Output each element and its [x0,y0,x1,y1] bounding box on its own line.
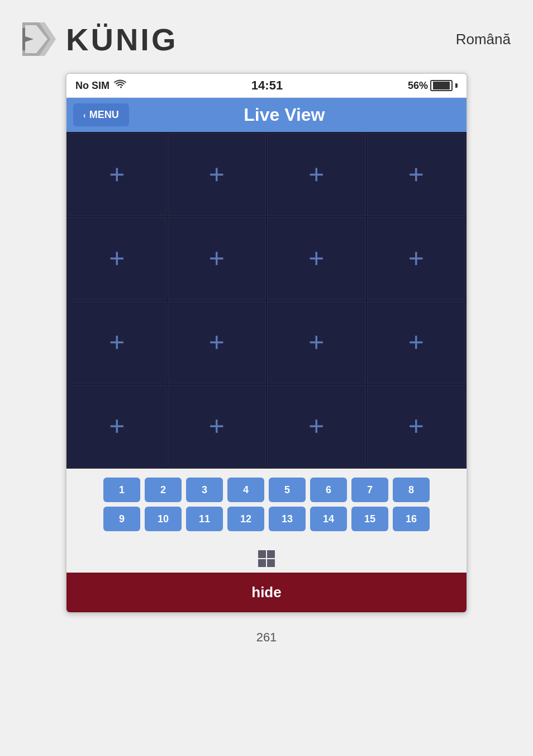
grid-cell-16[interactable]: + [367,385,466,467]
layout-cell-2 [267,550,275,558]
layout-cell-4 [267,559,275,567]
logo-text: KÜNIG [66,21,178,58]
grid-cell-5[interactable]: + [68,217,166,300]
language-label[interactable]: Română [456,31,511,48]
grid-cell-10[interactable]: + [168,301,266,384]
channel-btn-9[interactable]: 9 [103,507,140,531]
channel-btn-2[interactable]: 2 [145,478,182,502]
grid-cell-3[interactable]: + [267,133,366,216]
add-channel-icon-14: + [209,413,225,440]
channel-btn-13[interactable]: 13 [269,507,306,531]
add-channel-icon-2: + [209,161,225,188]
top-header: KÜNIG Română [0,0,533,73]
layout-selector[interactable] [66,545,467,573]
add-channel-icon-12: + [408,329,424,356]
menu-label: MENU [89,109,119,121]
status-bar: No SIM 14:51 56% [66,74,467,98]
channel-btn-1[interactable]: 1 [103,478,140,502]
layout-cell-1 [258,550,266,558]
channel-btn-6[interactable]: 6 [310,478,347,502]
add-channel-icon-9: + [109,329,125,356]
channel-btn-7[interactable]: 7 [351,478,388,502]
carrier-label: No SIM [75,80,110,92]
battery-percentage: 56% [408,80,428,92]
status-time: 14:51 [251,78,283,93]
channel-btn-10[interactable]: 10 [145,507,182,531]
add-channel-icon-13: + [109,413,125,440]
grid-cell-6[interactable]: + [168,217,266,300]
channel-btn-8[interactable]: 8 [393,478,430,502]
channel-btn-3[interactable]: 3 [186,478,223,502]
grid-cell-12[interactable]: + [367,301,466,384]
channel-row-2: 9 10 11 12 13 14 15 16 [73,507,460,531]
grid-cell-9[interactable]: + [68,301,166,384]
status-right: 56% [408,80,458,92]
channel-btn-15[interactable]: 15 [351,507,388,531]
add-channel-icon-6: + [209,245,225,272]
channel-btn-4[interactable]: 4 [227,478,264,502]
grid-cell-7[interactable]: + [267,217,366,300]
add-channel-icon-5: + [109,245,125,272]
layout-cell-3 [258,559,266,567]
grid-cell-14[interactable]: + [168,385,266,467]
layout-grid-icon [258,550,275,567]
konig-logo-icon [17,17,61,62]
phone-frame: No SIM 14:51 56% [65,73,468,613]
channel-btn-16[interactable]: 16 [393,507,430,531]
nav-bar: ‹ MENU Live View [66,98,467,132]
chevron-left-icon: ‹ [83,111,86,120]
add-channel-icon-16: + [408,413,424,440]
channel-section: 1 2 3 4 5 6 7 8 9 10 11 12 13 14 15 16 [66,469,467,545]
add-channel-icon-15: + [308,413,324,440]
hide-button[interactable]: hide [66,573,467,612]
channel-btn-11[interactable]: 11 [186,507,223,531]
add-channel-icon-10: + [209,329,225,356]
live-view-grid: + + + + + + + + [66,132,467,469]
add-channel-icon-3: + [308,161,324,188]
battery-tip [455,83,458,88]
grid-cell-8[interactable]: + [367,217,466,300]
logo-area: KÜNIG [17,17,178,62]
grid-cell-15[interactable]: + [267,385,366,467]
channel-btn-5[interactable]: 5 [269,478,306,502]
add-channel-icon-7: + [308,245,324,272]
page-number: 261 [256,630,277,645]
grid-cell-11[interactable]: + [267,301,366,384]
add-channel-icon-8: + [408,245,424,272]
grid-cell-2[interactable]: + [168,133,266,216]
grid-cell-4[interactable]: + [367,133,466,216]
battery-icon [430,80,453,91]
grid-cell-1[interactable]: + [68,133,166,216]
channel-row-1: 1 2 3 4 5 6 7 8 [73,478,460,502]
add-channel-icon-11: + [308,329,324,356]
menu-button[interactable]: ‹ MENU [73,103,129,126]
add-channel-icon-1: + [109,161,125,188]
wifi-icon [114,79,126,92]
add-channel-icon-4: + [408,161,424,188]
channel-btn-14[interactable]: 14 [310,507,347,531]
nav-title: Live View [136,105,467,125]
channel-btn-12[interactable]: 12 [227,507,264,531]
grid-cell-13[interactable]: + [68,385,166,467]
status-left: No SIM [75,79,126,92]
